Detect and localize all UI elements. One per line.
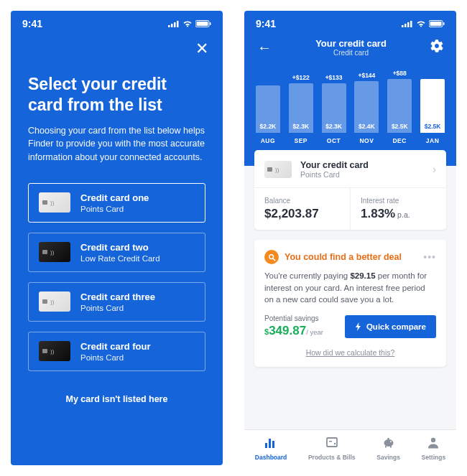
card-row[interactable]: )) Your credit card Points Card › bbox=[254, 150, 446, 187]
card-text: Credit card two Low Rate Credit Card bbox=[80, 242, 160, 263]
bar-month: OCT bbox=[327, 137, 341, 144]
bar: $2.5K bbox=[420, 79, 445, 133]
svg-rect-8 bbox=[404, 24, 407, 27]
signal-icon bbox=[168, 20, 180, 27]
card-name: Credit card two bbox=[80, 242, 160, 253]
header-subtitle: Credit card bbox=[315, 49, 387, 57]
tab-dashboard[interactable]: Dashboard bbox=[255, 436, 287, 461]
chart-bar[interactable]: $2.5K JAN bbox=[419, 70, 446, 144]
deal-title: You could find a better deal bbox=[285, 252, 402, 262]
chart-bar[interactable]: +$144 $2.4K NOV bbox=[353, 72, 380, 144]
bar-delta bbox=[432, 70, 433, 77]
battery-icon bbox=[195, 20, 211, 27]
card-text: Credit card one Points Card bbox=[80, 192, 149, 213]
card-option[interactable]: )) Credit card four Points Card bbox=[28, 332, 205, 371]
settings-icon bbox=[426, 436, 440, 452]
svg-point-22 bbox=[384, 439, 393, 447]
signal-icon bbox=[402, 20, 413, 27]
tab-label: Dashboard bbox=[255, 454, 287, 461]
bar-delta bbox=[267, 76, 269, 83]
header-title: Your credit card bbox=[315, 38, 387, 49]
gear-icon[interactable] bbox=[430, 39, 443, 56]
bar-delta: +$144 bbox=[358, 72, 375, 79]
card-text: Your credit card Points Card bbox=[300, 160, 433, 179]
svg-rect-5 bbox=[197, 22, 208, 26]
bar-value: $2.2K bbox=[260, 123, 277, 130]
bar-month: NOV bbox=[359, 137, 374, 144]
card-thumbnail: )) bbox=[39, 341, 70, 361]
page-description: Choosing your card from the list below h… bbox=[28, 124, 205, 164]
chart-bar[interactable]: +$122 $2.3K SEP bbox=[287, 74, 315, 144]
svg-point-21 bbox=[334, 443, 336, 444]
back-icon[interactable]: ← bbox=[257, 39, 272, 56]
svg-rect-1 bbox=[171, 24, 173, 27]
chart-bar[interactable]: $2.2K AUG bbox=[254, 76, 282, 144]
deal-panel: You could find a better deal ••• You're … bbox=[254, 240, 446, 367]
not-listed-link[interactable]: My card isn't listed here bbox=[28, 381, 205, 417]
tab-products[interactable]: Products & Bills bbox=[308, 436, 356, 461]
card-select-screen: 9:41 ✕ Select your credit card from the … bbox=[11, 11, 223, 465]
svg-rect-3 bbox=[177, 21, 179, 27]
svg-rect-2 bbox=[174, 22, 176, 27]
svg-line-15 bbox=[272, 258, 274, 260]
card-type: Points Card bbox=[80, 304, 155, 312]
tab-savings[interactable]: Savings bbox=[376, 436, 400, 461]
balance-chart: $2.2K AUG+$122 $2.3K SEP+$133 $2.3K OCT+… bbox=[244, 58, 456, 144]
bar-value: $2.5K bbox=[392, 123, 408, 130]
card-name: Credit card three bbox=[80, 291, 155, 302]
card-option[interactable]: )) Credit card three Points Card bbox=[28, 282, 205, 322]
bolt-icon bbox=[355, 322, 362, 331]
bar-value: $2.3K bbox=[292, 123, 309, 130]
card-type: Points Card bbox=[300, 170, 433, 179]
chart-bar[interactable]: +$133 $2.3K OCT bbox=[320, 74, 348, 144]
balance-label: Balance bbox=[264, 197, 340, 205]
bar: $2.3K bbox=[322, 83, 346, 133]
svg-rect-26 bbox=[387, 438, 389, 439]
search-icon bbox=[264, 250, 279, 264]
tab-settings[interactable]: Settings bbox=[422, 436, 446, 461]
tab-label: Settings bbox=[422, 454, 446, 461]
svg-rect-10 bbox=[410, 21, 412, 27]
chart-bar[interactable]: +$88 $2.5K DEC bbox=[386, 70, 413, 144]
detail-header-section: 9:41 ← Your credit card Credit card $2.2… bbox=[244, 11, 456, 166]
svg-rect-18 bbox=[272, 441, 274, 448]
dashboard-icon bbox=[264, 436, 278, 452]
bar-month: DEC bbox=[392, 137, 406, 144]
card-name: Your credit card bbox=[300, 160, 433, 170]
svg-rect-9 bbox=[407, 22, 410, 27]
status-time: 9:41 bbox=[256, 18, 276, 29]
card-thumbnail: )) bbox=[39, 291, 70, 312]
bar-month: SEP bbox=[294, 137, 308, 144]
bar-value: $2.4K bbox=[359, 123, 375, 130]
detail-body: )) Your credit card Points Card › Balanc… bbox=[244, 150, 456, 429]
svg-rect-7 bbox=[402, 25, 404, 27]
calc-link[interactable]: How did we calculate this? bbox=[264, 345, 436, 360]
card-detail-screen: 9:41 ← Your credit card Credit card $2.2… bbox=[244, 11, 456, 465]
products-icon bbox=[325, 436, 339, 452]
card-option[interactable]: )) Credit card two Low Rate Credit Card bbox=[28, 233, 205, 272]
card-type: Low Rate Credit Card bbox=[80, 254, 160, 263]
svg-rect-24 bbox=[385, 446, 387, 448]
balance-value: $2,203.87 bbox=[264, 207, 340, 221]
more-icon[interactable]: ••• bbox=[423, 251, 436, 263]
status-time: 9:41 bbox=[22, 18, 42, 29]
metrics-row: Balance $2,203.87 Interest rate 1.83% p.… bbox=[254, 187, 446, 230]
balance-metric: Balance $2,203.87 bbox=[254, 188, 350, 230]
status-bar: 9:41 bbox=[11, 11, 223, 34]
bar-delta: +$122 bbox=[292, 74, 310, 81]
tab-label: Products & Bills bbox=[308, 454, 356, 461]
bar-value: $2.3K bbox=[325, 123, 342, 130]
card-name: Credit card one bbox=[80, 192, 149, 203]
card-option[interactable]: )) Credit card one Points Card bbox=[28, 183, 205, 223]
close-icon[interactable]: ✕ bbox=[195, 39, 208, 58]
screen1-body: Select your credit card from the list Ch… bbox=[11, 64, 223, 465]
bar: $2.4K bbox=[354, 81, 379, 133]
svg-rect-19 bbox=[327, 438, 337, 447]
nav-header: ← Your credit card Credit card bbox=[244, 34, 456, 58]
svg-rect-25 bbox=[390, 446, 392, 448]
bar-delta: +$88 bbox=[393, 70, 407, 77]
tab-label: Savings bbox=[376, 454, 400, 461]
quick-compare-button[interactable]: Quick compare bbox=[345, 315, 436, 338]
svg-point-27 bbox=[431, 438, 435, 442]
svg-rect-20 bbox=[329, 441, 332, 442]
